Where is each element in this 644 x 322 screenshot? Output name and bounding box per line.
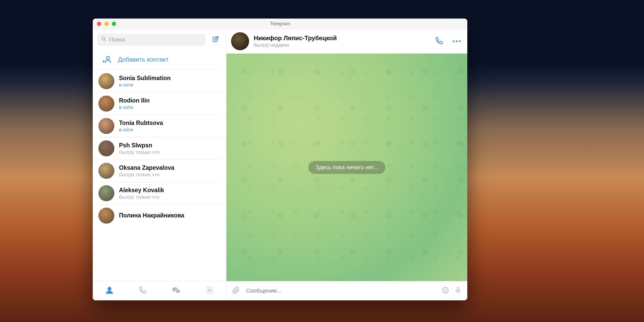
search-icon <box>101 36 107 43</box>
avatar <box>98 163 114 179</box>
attach-button[interactable] <box>232 286 240 295</box>
add-contact-button[interactable]: Добавить контакт <box>96 49 223 70</box>
avatar <box>98 140 114 156</box>
svg-point-12 <box>459 40 461 42</box>
app-window: Telegram Поиск <box>93 19 467 300</box>
contact-status: был(а) только что <box>119 194 164 200</box>
svg-point-10 <box>453 40 454 42</box>
chat-pane: Никифор Ляпис-Трубецкой был(а) недавно <box>226 29 467 300</box>
contact-row[interactable]: Полина Накрайникова <box>96 205 223 227</box>
message-input[interactable] <box>245 287 436 294</box>
contact-name: Psh Slwpsn <box>119 142 159 149</box>
contact-row[interactable]: Aleksey Kovalikбыл(а) только что <box>96 182 223 205</box>
contact-name: Полина Накрайникова <box>119 212 184 219</box>
svg-point-15 <box>446 289 447 290</box>
svg-point-0 <box>102 37 105 40</box>
gear-icon <box>205 291 214 295</box>
contact-name: Aleksey Kovalik <box>119 187 164 194</box>
contact-status: в сети <box>119 127 163 133</box>
contact-row[interactable]: Rodion Ilinв сети <box>96 92 223 115</box>
svg-point-6 <box>108 287 112 291</box>
avatar <box>98 185 114 201</box>
contact-status: был(а) только что <box>119 172 174 177</box>
contact-row[interactable]: Sonia Sublimationв сети <box>96 70 223 92</box>
contact-row[interactable]: Psh Slwpsnбыл(а) только что <box>96 137 223 160</box>
contact-status: в сети <box>119 82 171 88</box>
microphone-icon <box>454 291 462 295</box>
desktop-wallpaper: Telegram Поиск <box>0 0 644 322</box>
paperclip-icon <box>232 291 240 295</box>
phone-icon <box>138 291 147 295</box>
contact-status: в сети <box>119 105 150 110</box>
search-placeholder: Поиск <box>109 36 125 43</box>
chat-header-text: Никифор Ляпис-Трубецкой был(а) недавно <box>254 35 430 48</box>
compose-icon <box>212 35 219 44</box>
svg-rect-16 <box>457 287 459 291</box>
svg-point-9 <box>208 289 211 291</box>
contact-list[interactable]: Sonia Sublimationв сетиRodion Ilinв сети… <box>93 70 226 281</box>
chat-body[interactable]: Здесь пока ничего нет... <box>226 54 467 281</box>
add-contact-icon <box>102 54 112 65</box>
chats-icon <box>171 292 181 296</box>
tab-chats[interactable] <box>171 285 181 296</box>
add-contact-label: Добавить контакт <box>118 56 168 63</box>
chat-avatar[interactable] <box>231 32 249 50</box>
voice-button[interactable] <box>454 286 462 295</box>
contact-row[interactable]: Oksana Zapevalovaбыл(а) только что <box>96 160 223 182</box>
svg-point-14 <box>444 289 445 290</box>
sidebar: Поиск <box>93 29 226 300</box>
svg-point-3 <box>106 56 109 60</box>
contact-name: Sonia Sublimation <box>119 75 171 82</box>
search-input[interactable]: Поиск <box>97 34 206 46</box>
svg-line-1 <box>105 40 106 41</box>
svg-point-13 <box>443 287 448 293</box>
chat-title: Никифор Ляпис-Трубецкой <box>254 35 430 42</box>
tab-contacts[interactable] <box>105 286 114 296</box>
compose-row <box>226 281 467 300</box>
window-close-button[interactable] <box>97 22 101 26</box>
empty-chat-message: Здесь пока ничего нет... <box>308 161 385 174</box>
contact-status: был(а) только что <box>119 149 159 155</box>
window-maximize-button[interactable] <box>112 22 116 26</box>
avatar <box>98 73 114 89</box>
contact-name: Tonia Rubtsova <box>119 120 163 126</box>
window-title: Telegram <box>93 21 467 27</box>
svg-point-11 <box>456 40 457 42</box>
contacts-icon <box>105 291 114 296</box>
compose-button[interactable] <box>210 34 222 46</box>
chat-more-button[interactable] <box>452 39 461 44</box>
window-titlebar[interactable]: Telegram <box>93 19 467 29</box>
sidebar-tabs <box>93 281 226 300</box>
contact-row[interactable]: Tonia Rubtsovaв сети <box>96 115 223 137</box>
tab-calls[interactable] <box>138 286 147 296</box>
smile-icon <box>442 291 449 295</box>
window-controls <box>97 22 116 26</box>
contact-name: Oksana Zapevalova <box>119 164 174 171</box>
avatar <box>98 208 114 224</box>
phone-icon <box>435 41 444 46</box>
emoji-button[interactable] <box>442 286 449 295</box>
avatar <box>98 118 114 134</box>
avatar <box>98 96 114 112</box>
svg-point-8 <box>175 289 180 293</box>
tab-settings[interactable] <box>205 286 214 296</box>
chat-status: был(а) недавно <box>254 42 430 48</box>
contact-name: Rodion Ilin <box>119 97 150 104</box>
more-icon <box>452 39 461 43</box>
window-minimize-button[interactable] <box>104 22 109 26</box>
chat-header[interactable]: Никифор Ляпис-Трубецкой был(а) недавно <box>226 29 467 54</box>
call-button[interactable] <box>435 36 444 46</box>
sidebar-top-row: Поиск <box>93 29 226 49</box>
